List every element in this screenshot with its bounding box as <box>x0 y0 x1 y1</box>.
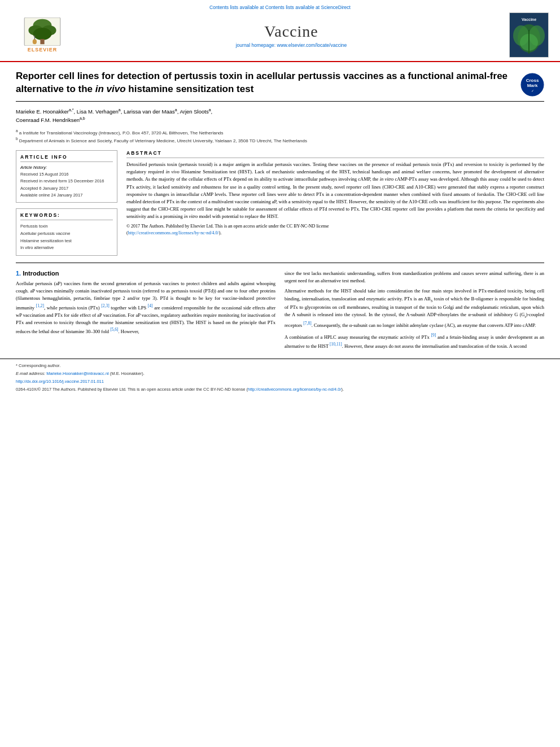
doi-footer-link[interactable]: http://dx.doi.org/10.1016/j.vaccine.2017… <box>16 379 104 384</box>
keywords-header: Keywords: <box>20 212 113 220</box>
elsevier-logo: ELSEVIER <box>11 18 73 53</box>
ref-10-11[interactable]: [10,11] <box>330 342 342 347</box>
affiliations: a a Institute for Translational Vaccinol… <box>16 128 544 145</box>
intro-para-1: Acellular pertussis (aP) vaccines form t… <box>16 280 275 335</box>
body-section: 1. Introduction Acellular pertussis (aP)… <box>16 270 544 353</box>
email-note: E-mail address: Marieke.Hoonakker@intrav… <box>16 370 544 377</box>
page-footer: * Corresponding author. E-mail address: … <box>0 359 560 397</box>
crossmark-badge[interactable]: Cross Mark ✓ <box>520 73 544 97</box>
two-col-layout: ARTICLE INFO Article history: Received 1… <box>16 150 544 256</box>
article-title-section: Reporter cell lines for detection of per… <box>16 70 544 102</box>
keyword-2: Acellular pertussis vaccine <box>20 230 113 238</box>
sciencedirect-link[interactable]: Contents lists available at Contents lis… <box>11 5 549 10</box>
cc-license-link[interactable]: http://creativecommons.org/licenses/by-n… <box>128 230 219 235</box>
ref-2-3[interactable]: [2,3] <box>101 303 109 308</box>
abstract-header: ABSTRACT <box>126 150 544 158</box>
keyword-1: Pertussis toxin <box>20 223 113 230</box>
section-number: 1. <box>16 270 21 277</box>
svg-point-4 <box>33 28 52 40</box>
svg-point-6 <box>33 39 37 44</box>
section-divider <box>16 263 544 263</box>
right-column-abstract: ABSTRACT Detoxified pertussis toxin (per… <box>126 150 544 256</box>
article-info-box: ARTICLE INFO Article history: Received 1… <box>16 150 117 203</box>
journal-homepage: journal homepage: www.elsevier.com/locat… <box>73 42 509 48</box>
article-info-header: ARTICLE INFO <box>20 154 113 162</box>
svg-text:Mark: Mark <box>527 83 538 88</box>
svg-rect-5 <box>40 39 44 44</box>
cover-art-icon: Vaccine <box>510 13 548 57</box>
ref-5-6[interactable]: [5,6] <box>110 327 118 332</box>
email-link[interactable]: Marieke.Hoonakker@intravacc.nl <box>46 371 109 376</box>
issn-note: 0264-410X/© 2017 The Authors. Published … <box>16 386 544 393</box>
intro-para-3: Alternative methods for the HIST should … <box>285 287 544 329</box>
elsevier-tree-icon <box>23 18 62 46</box>
cc-license-text: © 2017 The Authors. Published by Elsevie… <box>126 223 544 237</box>
keyword-4: In vitro alternative <box>20 244 113 252</box>
page: Contents lists available at Contents lis… <box>0 0 560 747</box>
abstract-text: Detoxified pertussis toxin (pertussis to… <box>126 161 544 237</box>
accepted-date: Accepted 6 January 2017 <box>20 185 113 191</box>
ref-1-2[interactable]: [1,2] <box>36 303 44 308</box>
journal-title-area: Vaccine journal homepage: www.elsevier.c… <box>73 23 509 48</box>
ref-9[interactable]: [9] <box>431 333 436 338</box>
ref-4[interactable]: [4] <box>148 303 153 308</box>
ref-7-8[interactable]: [7,8] <box>303 321 311 326</box>
left-column: ARTICLE INFO Article history: Received 1… <box>16 150 117 256</box>
crossmark-icon: Cross Mark ✓ <box>520 73 544 97</box>
keywords-box: Keywords: Pertussis toxin Acellular pert… <box>16 208 117 256</box>
corresponding-author-note: * Corresponding author. <box>16 362 544 369</box>
received-date: Received 15 August 2016 <box>20 171 113 177</box>
main-content: Reporter cell lines for detection of per… <box>0 62 560 359</box>
introduction-title: 1. Introduction <box>16 270 275 277</box>
intro-para-2: since the test lacks mechanistic underst… <box>285 270 544 285</box>
available-date: Available online 24 January 2017 <box>20 192 113 198</box>
keyword-3: Histamine sensitization test <box>20 238 113 245</box>
doi-footer: http://dx.doi.org/10.1016/j.vaccine.2017… <box>16 378 544 385</box>
article-title: Reporter cell lines for detection of per… <box>16 70 520 96</box>
svg-text:Cross: Cross <box>526 78 539 83</box>
affiliation-a: a a Institute for Translational Vaccinol… <box>16 128 544 137</box>
affiliation-b: b Department of Animals in Science and S… <box>16 136 544 145</box>
journal-cover-image: Vaccine <box>509 12 549 58</box>
intro-para-4: A combination of a HPLC assay measuring … <box>285 332 544 350</box>
journal-title: Vaccine <box>73 23 509 41</box>
body-left-col: 1. Introduction Acellular pertussis (aP)… <box>16 270 275 353</box>
body-right-col: since the test lacks mechanistic underst… <box>285 270 544 353</box>
authors: Marieke E. Hoonakkera,*, Lisa M. Verhage… <box>16 107 544 125</box>
journal-header: Contents lists available at Contents lis… <box>0 0 560 62</box>
received-revised-date: Received in revised form 15 December 201… <box>20 178 113 184</box>
svg-text:Vaccine: Vaccine <box>522 18 536 21</box>
issn-cc-link[interactable]: http://creativecommons.org/licenses/by-n… <box>248 387 342 392</box>
elsevier-brand-text: ELSEVIER <box>28 47 58 53</box>
history-label: Article history: <box>20 165 113 170</box>
svg-text:✓: ✓ <box>531 89 534 93</box>
